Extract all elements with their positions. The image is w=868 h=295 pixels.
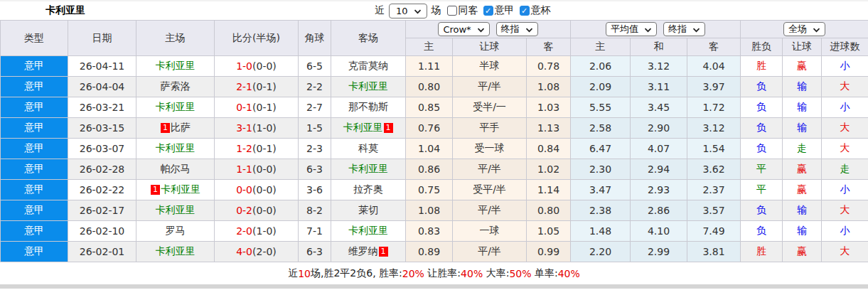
league-cell: 意甲 bbox=[1, 180, 68, 200]
date-cell: 26-02-17 bbox=[68, 200, 136, 221]
team-name[interactable]: 帕尔马 bbox=[161, 163, 191, 174]
footer-single-rate: 40% bbox=[558, 268, 580, 279]
chevron-down-icon bbox=[813, 24, 820, 35]
col-header-corner: 角球 bbox=[299, 21, 331, 56]
team-name[interactable]: 萨索洛 bbox=[161, 80, 191, 92]
corner-cell: 6-3 bbox=[299, 242, 331, 262]
checkbox-checked-icon[interactable]: ✓ bbox=[483, 6, 493, 16]
corner-cell: 2-3 bbox=[299, 139, 331, 159]
footer-win-rate: 20% bbox=[402, 268, 424, 279]
team-name[interactable]: 科莫 bbox=[358, 142, 378, 154]
team-name[interactable]: 卡利亚里 bbox=[348, 163, 388, 174]
goals-result-cell: 小 bbox=[822, 180, 868, 200]
match-count-select[interactable]: 10 bbox=[389, 4, 427, 18]
bookmaker-select-value: Crow* bbox=[443, 24, 471, 35]
handicap-result-cell: 走 bbox=[783, 139, 822, 159]
filter-checkboxes: 同客✓意甲✓意杯 bbox=[446, 4, 551, 17]
team-name[interactable]: 莱切 bbox=[358, 204, 378, 215]
asia-time-select-value: 终指 bbox=[501, 23, 520, 36]
handicap-result-cell: 赢 bbox=[783, 56, 822, 77]
date-cell: 26-03-21 bbox=[68, 97, 136, 118]
average-select[interactable]: 平均值 bbox=[606, 22, 657, 36]
team-name[interactable]: 拉齐奥 bbox=[353, 183, 383, 195]
avg-draw-odds-cell: 4.10 bbox=[631, 221, 687, 242]
league-cell: 意甲 bbox=[1, 200, 68, 221]
avg-draw-odds-cell: 2.94 bbox=[631, 159, 687, 180]
team-name[interactable]: 卡利亚里 bbox=[156, 204, 195, 215]
fulltime-score: 3-1 bbox=[236, 122, 252, 134]
team-name[interactable]: 卡利亚里 bbox=[348, 225, 388, 236]
away-team-cell: 莱切 bbox=[331, 200, 406, 221]
asia-home-odds-cell: 0.76 bbox=[406, 118, 453, 139]
asia-away-odds-cell: 0.78 bbox=[527, 56, 571, 77]
goals-result-cell: 小 bbox=[822, 97, 868, 118]
away-team-cell: 卡利亚里 bbox=[331, 77, 406, 97]
avg-away-odds-cell: 3.57 bbox=[687, 200, 741, 221]
team-name[interactable]: 卡利亚里 bbox=[156, 60, 195, 71]
footer-big-rate: 50% bbox=[509, 268, 531, 279]
score-cell: 0-2(0-0) bbox=[215, 200, 299, 221]
date-cell: 26-04-11 bbox=[68, 56, 136, 77]
europe-time-select[interactable]: 终指 bbox=[663, 22, 705, 36]
home-team-cell: 帕尔马 bbox=[136, 159, 215, 180]
team-name[interactable]: 卡利亚里 bbox=[348, 80, 388, 92]
league-cell: 意甲 bbox=[1, 77, 68, 97]
home-team-cell: 卡利亚里 bbox=[136, 139, 215, 159]
checkbox-checked-icon[interactable]: ✓ bbox=[520, 6, 530, 16]
team-name[interactable]: 卡利亚里 bbox=[156, 245, 195, 257]
bookmaker-select[interactable]: Crow* bbox=[438, 22, 489, 36]
halftime-score: (0-0) bbox=[252, 184, 277, 195]
fulltime-score: 0-1 bbox=[236, 102, 252, 113]
col-header-away: 客场 bbox=[331, 21, 406, 56]
red-card-badge: 1 bbox=[151, 185, 160, 195]
avg-away-odds-cell: 1.72 bbox=[687, 97, 741, 118]
away-team-cell: 那不勒斯 bbox=[331, 97, 406, 118]
filter-checkbox-item[interactable]: 同客 bbox=[447, 4, 478, 17]
sub-header-result: 胜负 bbox=[741, 38, 783, 56]
asia-away-odds-cell: 1.08 bbox=[527, 77, 571, 97]
fulltime-score: 0-2 bbox=[236, 205, 252, 216]
team-name[interactable]: 卡利亚里 bbox=[161, 183, 200, 195]
corner-cell: 7-1 bbox=[299, 221, 331, 242]
footer-text: 近 bbox=[288, 267, 298, 280]
avg-home-odds-cell: 2.38 bbox=[571, 200, 631, 221]
chevron-down-icon bbox=[525, 24, 533, 35]
asia-home-odds-cell: 0.89 bbox=[406, 242, 453, 262]
avg-away-odds-cell: 7.49 bbox=[687, 221, 741, 242]
result-cell: 负 bbox=[741, 118, 783, 139]
team-name[interactable]: 维罗纳 bbox=[348, 245, 378, 257]
team-name[interactable]: 克雷莫纳 bbox=[348, 60, 388, 71]
checkbox-unchecked-icon[interactable] bbox=[447, 6, 457, 16]
fulltime-score: 1-1 bbox=[236, 163, 252, 175]
footer-handicap-rate: 40% bbox=[461, 268, 483, 279]
filter-checkbox-item[interactable]: ✓意杯 bbox=[520, 4, 551, 17]
filter-checkbox-item[interactable]: ✓意甲 bbox=[483, 4, 515, 17]
avg-home-odds-cell: 2.58 bbox=[571, 118, 631, 139]
asia-line-cell: 受平/半 bbox=[453, 180, 527, 200]
halftime-score: (0-1) bbox=[252, 81, 277, 92]
footer-text: 场,胜2平2负6, 胜率: bbox=[311, 267, 402, 280]
date-cell: 26-02-10 bbox=[68, 221, 136, 242]
team-name[interactable]: 比萨 bbox=[171, 122, 191, 133]
page-title: 卡利亚里 bbox=[45, 4, 85, 17]
team-name[interactable]: 卡利亚里 bbox=[343, 122, 383, 133]
league-cell: 意甲 bbox=[1, 242, 68, 262]
score-cell: 0-1(0-1) bbox=[215, 97, 299, 118]
halftime-score: (2-0) bbox=[252, 246, 277, 257]
goals-result-cell: 大 bbox=[822, 242, 868, 262]
team-name[interactable]: 那不勒斯 bbox=[348, 101, 388, 112]
team-name[interactable]: 罗马 bbox=[166, 225, 186, 236]
avg-draw-odds-cell: 2.86 bbox=[631, 200, 687, 221]
team-name[interactable]: 卡利亚里 bbox=[156, 101, 195, 112]
asia-odds-group-header: Crow* 终指 bbox=[406, 21, 571, 38]
footer-text: 让胜率: bbox=[424, 267, 461, 280]
asia-time-select[interactable]: 终指 bbox=[496, 22, 538, 36]
full-match-select[interactable]: 全场 bbox=[783, 22, 825, 36]
average-select-value: 平均值 bbox=[611, 23, 638, 36]
footer-text: 大率: bbox=[483, 267, 509, 280]
team-name[interactable]: 卡利亚里 bbox=[156, 142, 195, 154]
match-count-value: 10 bbox=[396, 6, 408, 16]
home-team-cell: 卡利亚里 bbox=[136, 97, 215, 118]
halftime-score: (1-0) bbox=[252, 225, 277, 237]
result-cell: 负 bbox=[741, 77, 783, 97]
